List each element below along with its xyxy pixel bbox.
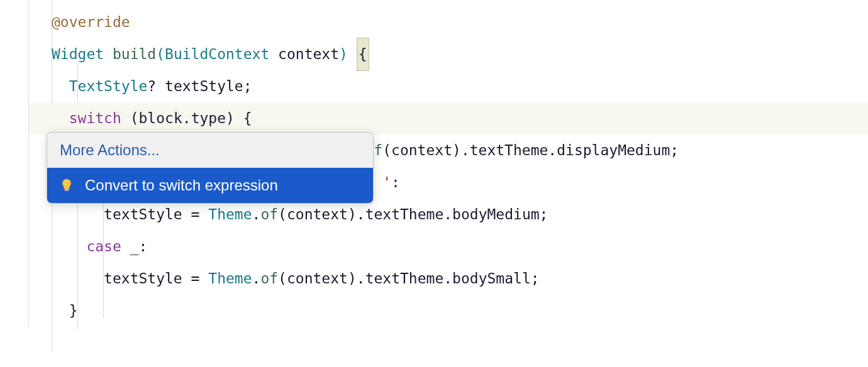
string-token: ' [382, 167, 391, 199]
identifier-token: textTheme [365, 199, 444, 231]
popup-header[interactable]: More Actions... [47, 133, 373, 168]
code-line[interactable]: TextStyle? textStyle; [29, 70, 868, 102]
code-line[interactable]: @override [29, 6, 868, 38]
identifier-token: context [391, 134, 452, 167]
code-line[interactable]: } [29, 295, 868, 327]
punct-token: . [252, 263, 261, 295]
identifier-token: bodyMedium [452, 199, 539, 231]
quick-fix-popup: More Actions... Convert to switch expres… [47, 132, 374, 204]
code-line[interactable]: Widget build(BuildContext context) { [29, 38, 868, 70]
punct-token: ? [147, 70, 156, 102]
lightbulb-icon[interactable] [3, 112, 15, 125]
punct-token: . [443, 199, 452, 231]
keyword-token: case [86, 231, 121, 263]
code-line[interactable]: textStyle = Theme.of(context).textTheme.… [29, 263, 868, 295]
code-line-highlighted[interactable]: switch (block.type) { [29, 102, 868, 134]
identifier-token: block [139, 102, 182, 134]
popup-item-label: Convert to switch expression [85, 177, 278, 194]
code-line[interactable]: case _: [29, 231, 868, 263]
method-token: f [374, 134, 382, 167]
svg-rect-1 [65, 189, 69, 191]
type-token: Theme [208, 263, 252, 295]
punct-token: ( [278, 263, 287, 295]
punct-token: . [182, 102, 191, 134]
method-token: build [113, 38, 156, 70]
paren-token: ( [156, 38, 165, 70]
punct-token: { [243, 102, 252, 134]
keyword-token: switch [69, 102, 121, 134]
punct-token: . [548, 134, 557, 167]
punct-token: : [139, 231, 148, 263]
punct-token: ; [670, 134, 679, 167]
lightbulb-icon [60, 178, 74, 192]
identifier-token: textStyle [165, 70, 243, 102]
punct-token: : [391, 167, 400, 199]
annotation-token: @override [52, 6, 130, 38]
wildcard-token: _ [130, 231, 139, 263]
punct-token: ) [348, 263, 357, 295]
identifier-token: textTheme [470, 134, 548, 167]
identifier-token: displayMedium [557, 134, 670, 167]
brace-highlight-token: { [357, 38, 369, 71]
identifier-token: type [191, 102, 226, 134]
punct-token: ; [531, 263, 540, 295]
punct-token: . [443, 263, 452, 295]
convert-to-switch-expression-item[interactable]: Convert to switch expression [47, 168, 373, 203]
punct-token: ; [540, 199, 548, 231]
identifier-token: textTheme [365, 263, 444, 295]
paren-token: ) [339, 38, 348, 70]
punct-token: ( [382, 134, 391, 167]
identifier-token: textStyle [104, 263, 182, 295]
punct-token: ( [130, 102, 139, 134]
punct-token: ) [226, 102, 235, 134]
punct-token: . [461, 134, 470, 167]
punct-token: . [357, 263, 365, 295]
identifier-token: context [278, 38, 339, 70]
type-token: Widget [52, 38, 104, 70]
punct-token: ; [243, 70, 252, 102]
identifier-token: bodySmall [452, 263, 531, 295]
method-token: of [260, 263, 278, 295]
identifier-token: context [287, 263, 348, 295]
type-token: BuildContext [165, 38, 269, 70]
type-token: TextStyle [69, 70, 148, 102]
punct-token: ) [452, 134, 461, 167]
punct-token: } [69, 295, 78, 327]
punct-token: = [191, 263, 200, 295]
